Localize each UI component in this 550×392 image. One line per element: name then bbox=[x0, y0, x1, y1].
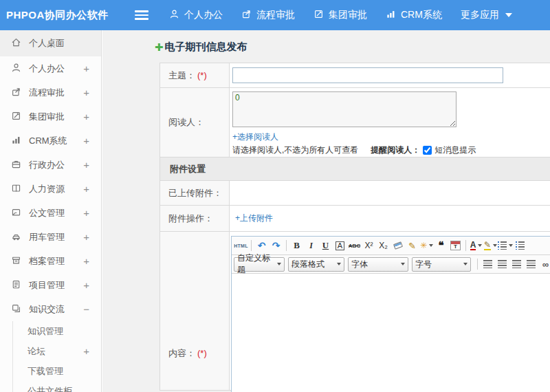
subject-input[interactable] bbox=[232, 67, 503, 83]
nav-more-apps[interactable]: 更多应用 bbox=[461, 9, 512, 21]
editor-content-area[interactable] bbox=[232, 274, 550, 392]
sidebar-item-project-management[interactable]: 项目管理 + bbox=[0, 273, 101, 297]
chevron-down-icon bbox=[401, 263, 405, 265]
sidebar: 个人桌面 个人办公 + 流程审批 + 集团审批 + CRM系统 + 行政办公 +… bbox=[0, 30, 102, 392]
eraser-button[interactable] bbox=[390, 239, 405, 253]
bar-chart-icon bbox=[11, 135, 21, 147]
blockquote-button[interactable]: ❝ bbox=[434, 239, 448, 253]
paragraph-format-select[interactable]: 段落格式 bbox=[288, 257, 344, 272]
expand-plus-icon[interactable]: + bbox=[83, 207, 89, 219]
sidebar-item-personal-desktop[interactable]: 个人桌面 bbox=[0, 30, 101, 56]
chevron-down-icon bbox=[463, 263, 468, 265]
chat-layers-icon bbox=[11, 303, 21, 316]
font-border-button[interactable]: A bbox=[333, 239, 347, 253]
sidebar-item-vehicle-management[interactable]: 用车管理 + bbox=[0, 225, 101, 249]
date-icon: T bbox=[450, 241, 461, 250]
chevron-down-icon bbox=[505, 13, 512, 17]
nav-group-approval[interactable]: 集团审批 bbox=[314, 9, 367, 21]
editor-toolbar-row2: 自定义标题 段落格式 字体 字号 ∞ ∞× bbox=[232, 255, 550, 274]
hamburger-menu-icon[interactable] bbox=[135, 10, 148, 20]
sidebar-item-admin-office[interactable]: 行政办公 + bbox=[0, 153, 101, 177]
open-book-icon bbox=[11, 183, 21, 195]
unordered-list-button[interactable] bbox=[513, 239, 527, 253]
collapse-minus-icon[interactable]: − bbox=[83, 303, 89, 315]
html-source-button[interactable]: HTML bbox=[234, 239, 248, 253]
nav-personal-office[interactable]: 个人办公 bbox=[169, 9, 223, 21]
expand-plus-icon[interactable]: + bbox=[83, 255, 89, 267]
sidebar-subitem-download-management[interactable]: 下载管理 bbox=[13, 361, 101, 381]
underline-button[interactable]: U bbox=[318, 239, 333, 253]
auto-typeset-button[interactable]: ✳ bbox=[419, 239, 434, 253]
sidebar-subitem-forum[interactable]: 论坛 + bbox=[13, 341, 101, 361]
unordered-list-icon bbox=[516, 241, 525, 250]
eraser-icon bbox=[393, 241, 402, 250]
page-title: ✚ 电子期刊信息发布 bbox=[155, 41, 550, 54]
redo-button[interactable]: ↷ bbox=[269, 239, 283, 253]
sidebar-item-crm-system[interactable]: CRM系统 + bbox=[0, 129, 101, 153]
upload-attachment-link[interactable]: +上传附件 bbox=[235, 213, 273, 224]
top-nav: 个人办公 流程审批 集团审批 CRM系统 更多应用 bbox=[169, 9, 512, 21]
subject-row: 主题：(*) bbox=[160, 63, 550, 88]
readers-hint: 请选择阅读人,不选为所有人可查看 提醒阅读人： 短消息提示 bbox=[232, 144, 550, 156]
align-right-button[interactable] bbox=[509, 257, 524, 272]
undo-button[interactable]: ↶ bbox=[254, 239, 269, 253]
expand-plus-icon[interactable]: + bbox=[83, 279, 89, 291]
font-color-button[interactable]: A bbox=[469, 239, 483, 253]
nav-crm-system[interactable]: CRM系统 bbox=[386, 9, 442, 21]
format-painter-button[interactable]: ✎ bbox=[405, 239, 419, 253]
sidebar-item-workflow-approval[interactable]: 流程审批 + bbox=[0, 80, 101, 105]
bar-chart-icon bbox=[386, 9, 396, 21]
font-family-select[interactable]: 字体 bbox=[348, 257, 408, 272]
font-size-select[interactable]: 字号 bbox=[412, 257, 471, 272]
align-justify-icon bbox=[527, 260, 536, 268]
subscript-button[interactable]: X₂ bbox=[376, 239, 390, 253]
main-content: ✚ 电子期刊信息发布 主题：(*) 阅读人： 0 +选择阅读人 请选择阅读人,不… bbox=[102, 30, 550, 392]
bold-button[interactable]: B bbox=[289, 239, 304, 253]
expand-plus-icon[interactable]: + bbox=[83, 345, 89, 357]
sidebar-subitem-knowledge-management[interactable]: 知识管理 bbox=[13, 321, 101, 341]
home-icon bbox=[11, 37, 21, 50]
sms-notify-checkbox[interactable] bbox=[423, 146, 432, 155]
superscript-button[interactable]: X² bbox=[362, 239, 376, 253]
expand-plus-icon[interactable]: + bbox=[83, 159, 89, 171]
readers-row: 阅读人： 0 +选择阅读人 请选择阅读人,不选为所有人可查看 提醒阅读人： 短消… bbox=[160, 88, 550, 157]
sidebar-subitem-public-file-cabinet[interactable]: 公共文件柜 bbox=[13, 381, 101, 392]
align-center-button[interactable] bbox=[495, 257, 509, 272]
expand-plus-icon[interactable]: + bbox=[83, 87, 89, 98]
expand-plus-icon[interactable]: + bbox=[83, 63, 89, 74]
sidebar-item-archive-management[interactable]: 档案管理 + bbox=[0, 249, 101, 273]
expand-plus-icon[interactable]: + bbox=[83, 183, 89, 195]
strikethrough-button[interactable]: ABC bbox=[347, 239, 362, 253]
choose-readers-link[interactable]: +选择阅读人 bbox=[232, 131, 278, 143]
chevron-down-icon bbox=[493, 244, 497, 247]
sidebar-item-knowledge-exchange[interactable]: 知识交流 − bbox=[0, 297, 101, 321]
wand-icon: ✳ bbox=[420, 241, 427, 250]
sidebar-item-personal-office[interactable]: 个人办公 + bbox=[0, 56, 101, 80]
expand-plus-icon[interactable]: + bbox=[83, 135, 89, 146]
italic-button[interactable]: I bbox=[304, 239, 318, 253]
workflow-icon bbox=[241, 9, 252, 21]
knowledge-exchange-submenu: 知识管理 论坛 + 下载管理 公共文件柜 bbox=[12, 321, 101, 392]
content-row: 内容：(*) HTML ↶ ↷ B I U A ABC X² bbox=[160, 232, 550, 391]
insert-link-button[interactable]: ∞ bbox=[538, 257, 550, 272]
align-center-icon bbox=[498, 260, 507, 268]
expand-plus-icon[interactable]: + bbox=[83, 111, 89, 122]
sidebar-item-document-management[interactable]: 公文管理 + bbox=[0, 201, 101, 225]
insert-date-button[interactable]: T bbox=[448, 239, 463, 253]
expand-plus-icon[interactable]: + bbox=[83, 231, 89, 243]
nav-workflow-approval[interactable]: 流程审批 bbox=[241, 9, 295, 21]
readers-label: 阅读人： bbox=[160, 88, 230, 157]
ordered-list-button[interactable] bbox=[498, 239, 513, 253]
archive-box-icon bbox=[11, 255, 21, 268]
ordered-list-icon bbox=[498, 241, 507, 250]
align-left-button[interactable] bbox=[481, 257, 495, 272]
highlight-color-button[interactable]: ✎ bbox=[483, 239, 498, 253]
chevron-down-icon bbox=[478, 244, 482, 247]
document-icon bbox=[11, 207, 21, 219]
custom-title-select[interactable]: 自定义标题 bbox=[234, 257, 285, 272]
sidebar-item-human-resources[interactable]: 人力资源 + bbox=[0, 177, 101, 201]
editor-toolbar-row1: HTML ↶ ↷ B I U A ABC X² X₂ ✎ bbox=[232, 237, 550, 255]
sidebar-item-group-approval[interactable]: 集团审批 + bbox=[0, 105, 101, 129]
align-justify-button[interactable] bbox=[524, 257, 538, 272]
readers-textarea[interactable]: 0 bbox=[232, 91, 456, 127]
